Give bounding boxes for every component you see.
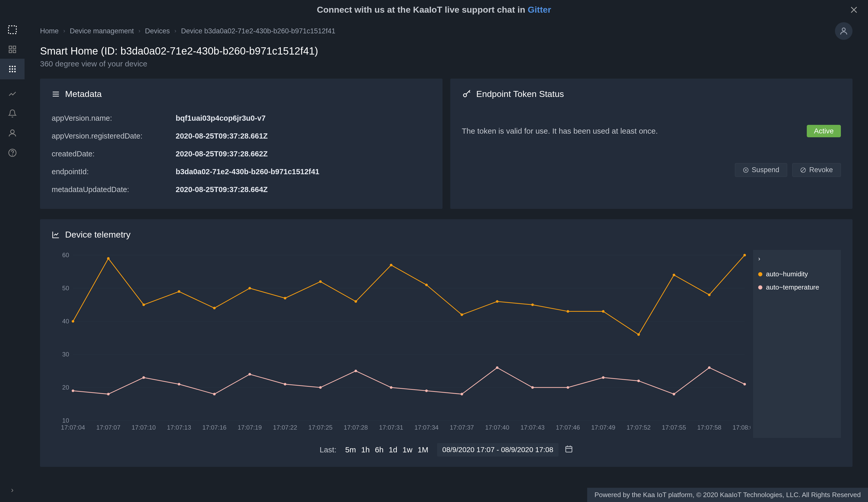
svg-point-74	[602, 310, 604, 313]
block-icon	[800, 167, 806, 173]
svg-point-17	[842, 28, 845, 31]
svg-text:17:07:40: 17:07:40	[485, 424, 509, 431]
chart-icon	[52, 231, 60, 239]
page-title: Smart Home (ID: b3da0a02-71e2-430b-b260-…	[40, 45, 852, 57]
crumb-home[interactable]: Home	[40, 27, 59, 35]
close-icon[interactable]	[850, 6, 858, 14]
legend-panel: › auto~humidityauto~temperature	[753, 250, 841, 438]
last-label: Last:	[320, 445, 336, 454]
range-button-1M[interactable]: 1M	[415, 444, 431, 455]
legend-item[interactable]: auto~temperature	[758, 281, 836, 294]
svg-point-13	[14, 71, 16, 72]
svg-point-63	[213, 307, 216, 309]
svg-point-75	[637, 333, 640, 336]
legend-label: auto~temperature	[766, 283, 819, 291]
telemetry-card: Device telemetry 10203040506017:07:0417:…	[40, 219, 852, 467]
svg-point-9	[12, 68, 13, 70]
metadata-icon	[52, 90, 60, 98]
svg-text:17:07:58: 17:07:58	[697, 424, 721, 431]
svg-text:17:07:52: 17:07:52	[627, 424, 650, 431]
suspend-label: Suspend	[752, 166, 779, 174]
svg-point-61	[142, 303, 145, 306]
svg-point-91	[496, 366, 499, 369]
metadata-key: metadataUpdatedDate:	[52, 185, 176, 194]
calendar-icon[interactable]	[565, 445, 573, 455]
svg-rect-0	[9, 26, 16, 33]
svg-point-85	[284, 383, 287, 385]
metadata-row: metadataUpdatedDate:2020-08-25T09:37:28.…	[52, 181, 431, 199]
svg-point-11	[9, 71, 11, 72]
metadata-row: endpointId:b3da0a02-71e2-430b-b260-b971c…	[52, 163, 431, 181]
svg-point-93	[567, 386, 569, 389]
banner-text: Connect with us at the KaaIoT live suppo…	[317, 4, 551, 15]
svg-point-81	[142, 376, 145, 379]
revoke-button[interactable]: Revoke	[792, 163, 841, 177]
svg-point-16	[12, 155, 12, 155]
pause-icon	[743, 167, 749, 173]
legend-dot-icon	[758, 272, 762, 276]
svg-text:20: 20	[62, 384, 69, 391]
svg-text:17:07:28: 17:07:28	[344, 424, 368, 431]
metadata-value: b3da0a02-71e2-430b-b260-b971c1512f41	[176, 168, 319, 176]
svg-point-71	[496, 300, 499, 303]
analytics-icon[interactable]	[7, 89, 18, 99]
svg-point-12	[12, 71, 13, 72]
svg-point-88	[390, 386, 392, 389]
chevron-right-icon: ›	[138, 28, 140, 34]
range-button-1h[interactable]: 1h	[359, 444, 372, 455]
user-icon[interactable]	[7, 128, 18, 138]
svg-point-86	[319, 386, 322, 389]
svg-point-92	[531, 386, 534, 389]
metadata-card: Metadata appVersion.name:bqf1uai03p4cop6…	[40, 79, 443, 209]
legend-label: auto~humidity	[766, 270, 808, 278]
svg-text:17:07:31: 17:07:31	[379, 424, 403, 431]
time-controls: Last: 5m1h6h1d1w1M 08/9/2020 17:07 - 08/…	[52, 443, 841, 456]
svg-point-22	[743, 168, 748, 172]
svg-text:17:07:34: 17:07:34	[414, 424, 438, 431]
range-button-1d[interactable]: 1d	[386, 444, 400, 455]
logo-icon[interactable]	[7, 24, 18, 35]
svg-rect-2	[13, 46, 16, 49]
notifications-icon[interactable]	[7, 108, 18, 119]
chevron-right-icon: ›	[63, 28, 65, 34]
metadata-key: appVersion.name:	[52, 114, 176, 122]
svg-text:17:07:10: 17:07:10	[132, 424, 156, 431]
svg-point-59	[72, 320, 74, 323]
svg-rect-4	[13, 50, 16, 53]
range-button-1w[interactable]: 1w	[400, 444, 415, 455]
date-range-input[interactable]: 08/9/2020 17:07 - 08/9/2020 17:08	[437, 443, 559, 456]
svg-text:17:07:37: 17:07:37	[450, 424, 474, 431]
crumb-devices[interactable]: Devices	[145, 27, 170, 35]
gitter-link[interactable]: Gitter	[528, 4, 551, 14]
svg-point-7	[14, 66, 16, 67]
svg-point-78	[743, 254, 746, 257]
svg-text:10: 10	[62, 417, 69, 424]
metadata-heading: Metadata	[65, 89, 102, 99]
sidebar: ›	[0, 19, 24, 502]
expand-sidebar-icon[interactable]: ›	[11, 485, 14, 494]
svg-point-95	[637, 380, 640, 382]
svg-text:17:08:01: 17:08:01	[733, 424, 751, 431]
svg-point-8	[9, 68, 11, 70]
svg-point-73	[567, 310, 569, 313]
help-icon[interactable]	[7, 148, 18, 158]
apps-icon[interactable]	[0, 59, 24, 79]
svg-point-66	[319, 280, 322, 283]
svg-point-94	[602, 376, 604, 379]
legend-item[interactable]: auto~humidity	[758, 268, 836, 281]
dashboard-icon[interactable]	[7, 44, 18, 54]
svg-text:17:07:49: 17:07:49	[591, 424, 615, 431]
suspend-button[interactable]: Suspend	[735, 163, 787, 177]
crumb-device-management[interactable]: Device management	[70, 27, 134, 35]
avatar[interactable]	[835, 22, 852, 40]
svg-point-67	[354, 300, 357, 303]
range-button-5m[interactable]: 5m	[342, 444, 359, 455]
metadata-row: createdDate:2020-08-25T09:37:28.662Z	[52, 145, 431, 163]
range-button-6h[interactable]: 6h	[372, 444, 386, 455]
svg-point-87	[354, 370, 357, 372]
svg-point-89	[425, 390, 428, 392]
collapse-legend-icon[interactable]: ›	[758, 255, 836, 262]
svg-point-70	[461, 313, 463, 316]
svg-rect-99	[566, 446, 572, 452]
metadata-value: 2020-08-25T09:37:28.661Z	[176, 132, 268, 140]
